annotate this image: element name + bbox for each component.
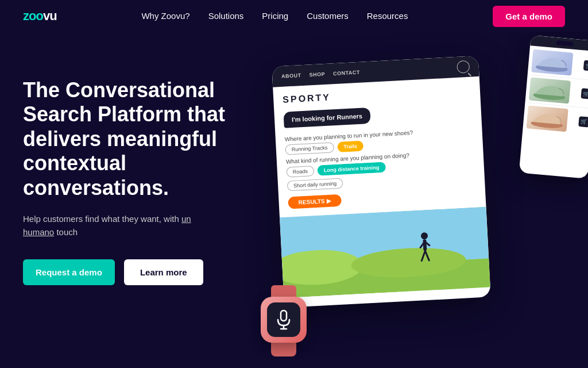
chip-trails: Trails: [337, 141, 363, 152]
phone-cart-icon-1[interactable]: 🛒: [583, 60, 588, 71]
shoe-svg-2: [529, 77, 571, 103]
watch-screen: [267, 302, 300, 337]
tablet-nav-links: ABOUT SHOP CONTACT: [281, 70, 360, 79]
tablet-device: ABOUT SHOP CONTACT SPORTY I'm looking fo…: [272, 56, 490, 308]
chip-short-daily: Short daily running: [287, 178, 343, 191]
hero-section: The Conversational Search Platform that …: [0, 32, 588, 368]
logo[interactable]: zoovu: [23, 9, 57, 24]
chip-roads: Roads: [286, 166, 314, 177]
phone-content: 🛒 🛒: [523, 45, 588, 140]
request-demo-button[interactable]: Request a demo: [23, 259, 115, 285]
learn-more-button[interactable]: Learn more: [124, 259, 203, 285]
phone-cart-icon-2[interactable]: 🛒: [581, 88, 588, 99]
nav-item-pricing[interactable]: Pricing: [262, 11, 288, 21]
hero-content: The Conversational Search Platform that …: [23, 67, 276, 368]
shoe-svg-3: [527, 105, 568, 132]
tablet-search-icon: [457, 60, 470, 74]
phone-product-3: 🛒: [526, 105, 588, 136]
hero-devices: ABOUT SHOP CONTACT SPORTY I'm looking fo…: [232, 32, 588, 368]
chat-header: I'm looking for Runners: [283, 108, 370, 128]
phone-shoe-image-3: [527, 105, 568, 132]
mic-svg: [276, 309, 292, 330]
chip-running-tracks: Running Tracks: [285, 142, 334, 155]
sporty-brand: SPORTY: [283, 85, 471, 105]
shoe-svg-1: [531, 49, 573, 76]
tablet-runner-image: [280, 207, 490, 298]
tablet-nav-contact: CONTACT: [333, 70, 360, 76]
results-button[interactable]: RESULTS ▶: [288, 194, 342, 209]
chip-long-distance: Long distance training: [317, 162, 385, 176]
nav-item-customers[interactable]: Customers: [307, 11, 349, 21]
navbar: zoovu Why Zoovu? Solutions Pricing Custo…: [0, 0, 588, 32]
watch-band-top: [271, 285, 296, 297]
nav-item-why-zoovu[interactable]: Why Zoovu?: [141, 11, 189, 21]
phone-shoe-image-1: [531, 49, 573, 76]
watch-band-bottom: [271, 343, 296, 356]
phone-notch-dot: [556, 40, 574, 47]
get-demo-button[interactable]: Get a demo: [493, 6, 565, 27]
runner-svg: [280, 207, 490, 298]
tablet-nav-about: ABOUT: [281, 72, 301, 79]
phone-product-2: 🛒: [528, 77, 588, 108]
nav-item-solutions[interactable]: Solutions: [208, 11, 244, 21]
tablet-nav-shop: SHOP: [309, 71, 325, 78]
smartphone-device: 🛒 🛒: [519, 35, 588, 179]
phone-product-1: 🛒: [531, 49, 588, 80]
tablet-content: SPORTY I'm looking for Runners Where are…: [273, 76, 486, 218]
phone-shoe-image-2: [529, 77, 571, 103]
watch-body: [261, 297, 307, 343]
smartwatch-device: [255, 285, 312, 354]
nav-item-resources[interactable]: Resources: [367, 11, 408, 21]
phone-cart-icon-3[interactable]: 🛒: [578, 116, 588, 128]
hero-subtitle: Help customers find what they want, with…: [23, 213, 218, 239]
nav-links: Why Zoovu? Solutions Pricing Customers R…: [141, 11, 408, 21]
hero-title: The Conversational Search Platform that …: [23, 78, 241, 200]
hero-buttons: Request a demo Learn more: [23, 259, 276, 285]
svg-rect-13: [281, 310, 287, 321]
